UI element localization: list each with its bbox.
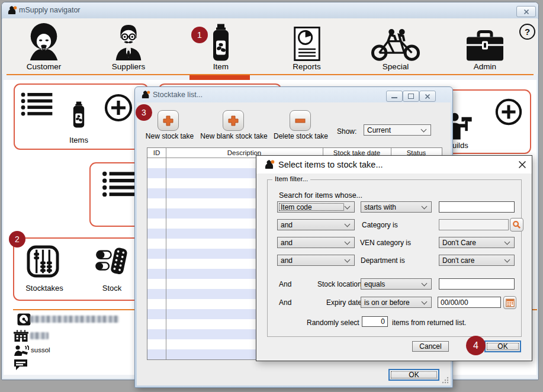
expiry-date-label: Expiry date xyxy=(326,298,362,307)
selected-tab-indicator xyxy=(189,75,250,80)
chevron-down-icon xyxy=(422,203,428,209)
conjunction-dropdown[interactable]: and xyxy=(277,237,355,248)
search-value-input[interactable] xyxy=(439,201,515,213)
nav-label-customer: Customer xyxy=(27,62,62,71)
ven-category-dropdown[interactable]: Don't Care xyxy=(439,237,515,248)
stocktakes-abacus-icon xyxy=(27,245,59,278)
ven-category-value: Don't Care xyxy=(442,239,476,247)
chevron-down-icon xyxy=(505,256,510,262)
item-bottle-icon xyxy=(211,24,231,61)
nav-reports[interactable]: Reports xyxy=(274,20,339,73)
show-filter-value: Current xyxy=(367,126,391,134)
user-row xyxy=(14,345,29,358)
desktop: mSupply navigator Customer Suppliers Ite… xyxy=(0,0,543,392)
expiry-date-input[interactable] xyxy=(438,297,501,308)
cancel-button[interactable]: Cancel xyxy=(412,341,449,352)
stock-panel-label: Stock xyxy=(88,284,136,293)
chevron-down-icon xyxy=(345,221,351,227)
nav-label-suppliers: Suppliers xyxy=(112,62,145,71)
dialog-ok-button[interactable]: OK xyxy=(484,340,521,352)
window-title: mSupply navigator xyxy=(19,6,81,14)
close-icon xyxy=(425,94,430,99)
chevron-down-icon xyxy=(505,239,510,245)
close-button[interactable] xyxy=(516,6,536,17)
department-value: Don't care xyxy=(442,256,474,265)
maximize-button[interactable] xyxy=(403,91,419,102)
cancel-label: Cancel xyxy=(419,342,441,351)
magnifier-icon xyxy=(512,220,521,229)
expiry-operator-value: is on or before xyxy=(364,298,410,307)
nav-customer[interactable]: Customer xyxy=(11,20,76,73)
msupply-logo-icon xyxy=(7,5,17,15)
list-icon xyxy=(102,171,136,198)
plus-icon xyxy=(162,115,174,127)
category-search-button[interactable] xyxy=(510,218,523,232)
search-for-items-label: Search for items whose... xyxy=(279,191,362,200)
chevron-down-icon xyxy=(345,239,351,245)
new-stock-take-button[interactable] xyxy=(158,110,179,131)
nav-admin[interactable]: Admin xyxy=(452,20,518,73)
customer-icon xyxy=(25,22,62,61)
stock-location-operator-value: equals xyxy=(364,280,385,288)
conjunction-dropdown[interactable]: and xyxy=(277,255,355,266)
conjunction-value: and xyxy=(281,256,293,265)
annotation-badge-1: 1 xyxy=(191,27,208,43)
show-filter-dropdown[interactable]: Current xyxy=(364,124,431,136)
nav-special[interactable]: Special xyxy=(363,20,428,73)
building-icon xyxy=(14,330,28,342)
server-info-redacted xyxy=(30,316,119,323)
msupply-logo-icon xyxy=(141,90,150,99)
panel-items[interactable]: Items xyxy=(14,83,149,150)
calendar-button[interactable] xyxy=(503,296,516,309)
select-items-dialog: Select items to stock take... Item filte… xyxy=(256,155,532,361)
department-is-label: Department is xyxy=(361,256,405,265)
calendar-icon xyxy=(506,298,515,307)
ok-label: OK xyxy=(497,342,507,351)
close-button[interactable] xyxy=(516,158,529,171)
minimize-button[interactable] xyxy=(386,91,403,102)
new-blank-stock-take-button[interactable] xyxy=(223,110,244,131)
nav-label-item: Item xyxy=(213,62,229,71)
minimize-icon xyxy=(391,97,397,99)
items-bottle-icon xyxy=(72,97,86,132)
speech-bubble-icon xyxy=(14,359,28,371)
help-button[interactable]: ? xyxy=(519,24,535,40)
conjunction-dropdown[interactable]: and xyxy=(277,219,355,230)
random-count-input[interactable] xyxy=(362,316,388,327)
main-titlebar[interactable]: mSupply navigator xyxy=(2,2,538,19)
close-button[interactable] xyxy=(419,91,436,102)
delete-stock-take-button[interactable] xyxy=(290,110,311,131)
conjunction-value: and xyxy=(281,239,293,247)
column-header-id[interactable]: ID xyxy=(147,148,166,158)
stocktake-ok-button[interactable]: OK xyxy=(388,369,439,381)
ok-label: OK xyxy=(409,371,419,379)
new-blank-stock-take-label: New blank stock take xyxy=(199,132,269,140)
new-build-plus-icon[interactable] xyxy=(494,98,523,126)
randomly-select-label: Randomly select xyxy=(307,319,359,327)
operator-dropdown[interactable]: starts with xyxy=(361,201,432,213)
maximize-icon xyxy=(408,94,414,99)
department-dropdown[interactable]: Don't care xyxy=(439,255,515,266)
new-stock-take-label: New stock take xyxy=(142,132,198,140)
category-input[interactable] xyxy=(439,219,509,230)
msupply-logo-icon xyxy=(264,159,275,169)
admin-toolbox-icon xyxy=(465,30,505,61)
stock-location-operator-dropdown[interactable]: equals xyxy=(361,278,432,290)
list-icon xyxy=(21,92,53,117)
stock-location-input[interactable] xyxy=(439,278,515,290)
annotation-badge-3: 3 xyxy=(136,104,152,121)
expiry-operator-dropdown[interactable]: is on or before xyxy=(361,297,432,308)
ven-category-is-label: VEN category is xyxy=(360,239,411,247)
resize-grip[interactable] xyxy=(442,377,449,384)
new-item-plus-icon[interactable] xyxy=(104,93,133,123)
field-dropdown-value: Item code xyxy=(281,203,312,211)
nav-suppliers[interactable]: Suppliers xyxy=(96,20,161,73)
nav-label-special: Special xyxy=(383,62,409,71)
hard-drive-icon xyxy=(17,313,31,326)
plus-icon xyxy=(227,115,239,127)
dialog-titlebar[interactable]: Select items to stock take... xyxy=(256,156,532,173)
chevron-down-icon xyxy=(345,256,351,262)
close-icon xyxy=(523,9,529,15)
field-dropdown[interactable]: Item code xyxy=(277,201,355,213)
main-toolbar: Customer Suppliers Item Reports Special … xyxy=(2,18,538,74)
